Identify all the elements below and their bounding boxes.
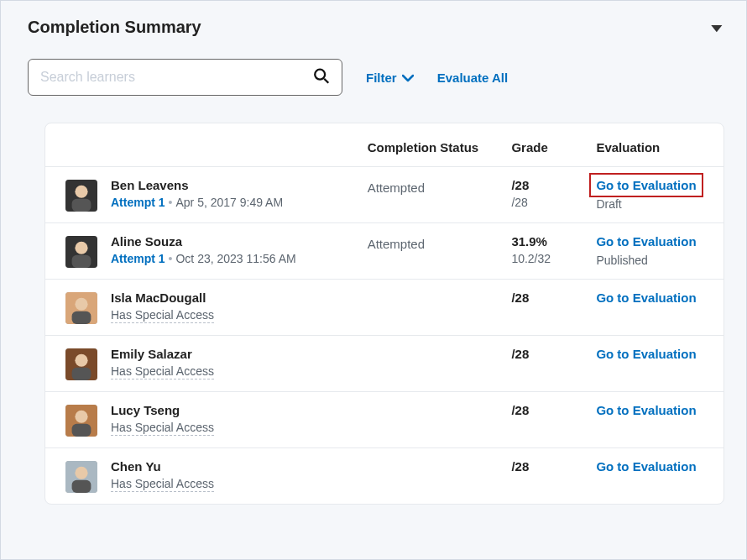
evaluation-status: Draft xyxy=(596,197,715,211)
learner-name[interactable]: Lucy Tseng xyxy=(111,403,214,417)
attempt-line: Attempt 1•Apr 5, 2017 9:49 AM xyxy=(111,196,283,209)
evaluation-cell: Go to Evaluation xyxy=(588,280,723,336)
grade-cell: /28 xyxy=(503,336,588,392)
grade-sub: /28 xyxy=(511,196,579,209)
avatar[interactable] xyxy=(65,236,97,268)
evaluation-cell: Go to Evaluation xyxy=(588,392,723,448)
learner-cell: Lucy TsengHas Special Access xyxy=(45,392,359,448)
evaluate-all-button[interactable]: Evaluate All xyxy=(437,71,508,85)
summary-card: Completion Status Grade Evaluation Ben L… xyxy=(44,123,724,505)
table-row: Emily SalazarHas Special Access/28Go to … xyxy=(45,336,723,392)
learner-cell: Ben LeavensAttempt 1•Apr 5, 2017 9:49 AM xyxy=(45,167,359,223)
grade-main: /28 xyxy=(511,178,579,192)
learner-info: Emily SalazarHas Special Access xyxy=(111,347,214,379)
learner-name[interactable]: Isla MacDougall xyxy=(111,290,214,305)
status-cell: Attempted xyxy=(359,167,504,223)
grade-main: /28 xyxy=(511,459,579,474)
svg-line-1 xyxy=(324,79,328,83)
grade-main: /28 xyxy=(511,403,579,417)
svg-point-12 xyxy=(75,354,87,367)
col-status: Completion Status xyxy=(359,123,504,167)
go-to-evaluation-link[interactable]: Go to Evaluation xyxy=(596,347,696,361)
table-row: Aline SouzaAttempt 1•Oct 23, 2023 11:56 … xyxy=(45,223,723,280)
grade-main: 31.9% xyxy=(511,234,579,249)
status-text: Attempted xyxy=(368,178,495,195)
learner-name[interactable]: Ben Leavens xyxy=(111,178,283,192)
go-to-evaluation-link[interactable]: Go to Evaluation xyxy=(596,403,696,417)
svg-point-9 xyxy=(75,298,87,311)
go-to-evaluation-link[interactable]: Go to Evaluation xyxy=(596,290,696,305)
learner-name[interactable]: Aline Souza xyxy=(111,234,296,249)
status-cell xyxy=(359,336,504,392)
chevron-down-icon xyxy=(402,71,414,85)
grade-cell: /28/28 xyxy=(503,167,588,223)
col-evaluation: Evaluation xyxy=(588,123,723,167)
svg-point-15 xyxy=(75,411,87,423)
learner-info: Aline SouzaAttempt 1•Oct 23, 2023 11:56 … xyxy=(111,234,296,265)
search-input[interactable] xyxy=(28,59,342,96)
search-wrapper xyxy=(28,59,342,96)
dot-separator-icon: • xyxy=(169,252,173,265)
learner-name[interactable]: Chen Yu xyxy=(111,459,214,474)
svg-rect-7 xyxy=(72,255,91,268)
avatar[interactable] xyxy=(65,461,97,493)
learner-info: Lucy TsengHas Special Access xyxy=(111,403,214,436)
col-grade: Grade xyxy=(503,123,588,167)
filter-label: Filter xyxy=(366,71,397,85)
status-cell: Attempted xyxy=(359,223,504,280)
learner-info: Ben LeavensAttempt 1•Apr 5, 2017 9:49 AM xyxy=(111,178,283,209)
svg-rect-19 xyxy=(72,480,91,493)
grade-sub: 10.2/32 xyxy=(511,252,579,265)
grade-cell: /28 xyxy=(503,280,588,336)
avatar[interactable] xyxy=(65,292,97,324)
grade-cell: 31.9%10.2/32 xyxy=(503,223,588,280)
status-text xyxy=(368,403,495,406)
go-to-evaluation-link[interactable]: Go to Evaluation xyxy=(596,234,696,249)
search-icon xyxy=(312,67,331,86)
learner-cell: Aline SouzaAttempt 1•Oct 23, 2023 11:56 … xyxy=(45,223,359,280)
grade-cell: /28 xyxy=(503,392,588,448)
evaluation-status: Published xyxy=(596,254,715,267)
svg-point-0 xyxy=(315,70,325,80)
special-access-label[interactable]: Has Special Access xyxy=(111,421,214,436)
evaluation-cell: Go to EvaluationPublished xyxy=(588,223,723,280)
evaluation-cell: Go to Evaluation xyxy=(588,336,723,392)
evaluation-cell: Go to EvaluationDraft xyxy=(588,167,723,223)
completion-summary-panel: Completion Summary ▼ Filter Evaluate All xyxy=(0,0,747,560)
go-to-evaluation-link[interactable]: Go to Evaluation xyxy=(591,175,701,196)
attempt-link[interactable]: Attempt 1 xyxy=(111,196,165,209)
svg-rect-13 xyxy=(72,368,91,380)
grade-main: /28 xyxy=(511,290,579,305)
attempt-date: Oct 23, 2023 11:56 AM xyxy=(175,252,295,265)
status-text: Attempted xyxy=(368,234,495,251)
search-button[interactable] xyxy=(309,64,334,92)
attempt-link[interactable]: Attempt 1 xyxy=(111,252,165,265)
collapse-icon[interactable]: ▼ xyxy=(708,21,726,34)
status-cell xyxy=(359,392,504,448)
special-access-label[interactable]: Has Special Access xyxy=(111,364,214,379)
evaluation-cell: Go to Evaluation xyxy=(588,448,723,505)
svg-point-3 xyxy=(75,186,87,198)
special-access-label[interactable]: Has Special Access xyxy=(111,308,214,323)
svg-rect-4 xyxy=(72,199,91,212)
learner-info: Chen YuHas Special Access xyxy=(111,459,214,492)
learner-cell: Emily SalazarHas Special Access xyxy=(45,336,359,392)
go-to-evaluation-link[interactable]: Go to Evaluation xyxy=(596,459,696,474)
filter-button[interactable]: Filter xyxy=(366,71,414,85)
table-row: Ben LeavensAttempt 1•Apr 5, 2017 9:49 AM… xyxy=(45,167,723,223)
svg-rect-10 xyxy=(72,311,91,324)
table-header-row: Completion Status Grade Evaluation xyxy=(45,123,723,167)
avatar[interactable] xyxy=(65,348,97,380)
special-access-label[interactable]: Has Special Access xyxy=(111,477,214,492)
attempt-date: Apr 5, 2017 9:49 AM xyxy=(175,196,283,209)
svg-rect-16 xyxy=(72,424,91,437)
status-cell xyxy=(359,448,504,505)
status-cell xyxy=(359,280,504,336)
learner-name[interactable]: Emily Salazar xyxy=(111,347,214,361)
avatar[interactable] xyxy=(65,180,97,212)
learner-cell: Chen YuHas Special Access xyxy=(45,448,359,505)
avatar[interactable] xyxy=(65,405,97,437)
dot-separator-icon: • xyxy=(169,196,173,209)
svg-point-18 xyxy=(75,467,87,479)
attempt-line: Attempt 1•Oct 23, 2023 11:56 AM xyxy=(111,252,296,265)
